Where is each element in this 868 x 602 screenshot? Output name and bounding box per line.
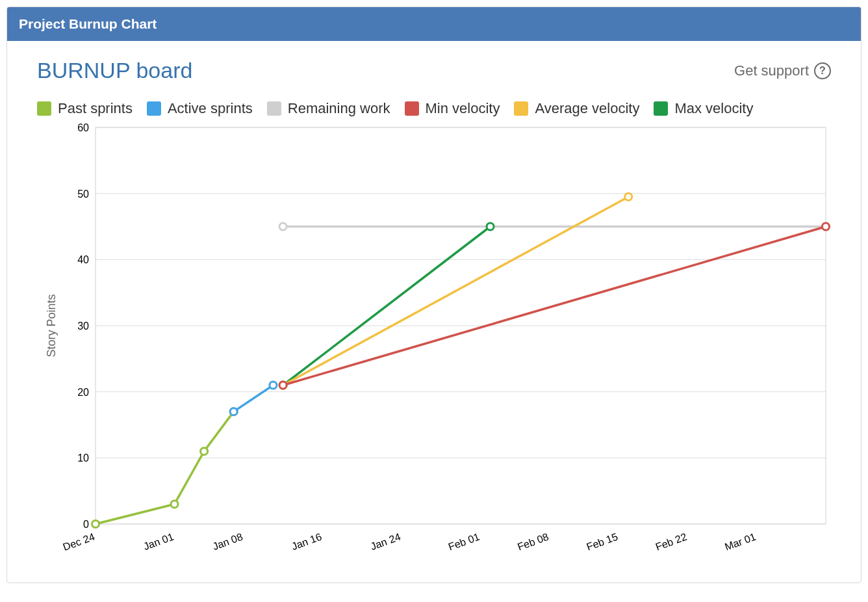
x-tick-label: Feb 08 [516,531,550,553]
legend-label: Past sprints [58,100,133,117]
get-support-link[interactable]: Get support ? [734,62,831,79]
y-tick-label: 20 [77,387,89,398]
y-tick-label: 40 [77,254,89,265]
legend-label: Min velocity [426,100,500,117]
legend-item[interactable]: Min velocity [405,100,500,117]
help-icon: ? [814,62,831,79]
legend-item[interactable]: Max velocity [654,100,753,117]
y-tick-label: 60 [77,122,89,133]
x-tick-label: Mar 01 [723,531,758,553]
legend-swatch [405,101,419,116]
x-tick-label: Feb 22 [654,531,689,553]
legend-swatch [147,101,161,116]
x-tick-label: Dec 24 [62,531,97,553]
chart: 0102030405060Dec 24Jan 01Jan 08Jan 16Jan… [37,121,831,563]
series-line [283,227,826,386]
panel: Project Burnup Chart BURNUP board Get su… [6,7,862,583]
legend-label: Active sprints [168,100,253,117]
legend-swatch [37,101,51,116]
data-point[interactable] [279,382,287,389]
panel-body: BURNUP board Get support ? Past sprintsA… [7,41,861,582]
x-tick-label: Jan 08 [211,531,244,552]
x-tick-label: Feb 01 [447,531,481,553]
series-line [234,386,274,412]
data-point[interactable] [823,223,830,230]
data-point[interactable] [270,382,277,389]
x-tick-label: Jan 24 [369,531,402,552]
legend-item[interactable]: Active sprints [147,100,253,117]
data-point[interactable] [230,408,237,415]
legend-label: Remaining work [288,100,390,117]
data-point[interactable] [92,521,99,528]
y-axis-title: Story Points [45,294,58,357]
legend-swatch [514,101,528,116]
board-title: BURNUP board [37,58,192,83]
data-point[interactable] [171,501,178,508]
legend-swatch [654,101,668,116]
chart-svg: 0102030405060Dec 24Jan 01Jan 08Jan 16Jan… [37,121,832,563]
x-tick-label: Jan 01 [142,531,175,552]
legend-item[interactable]: Past sprints [37,100,133,117]
panel-title: Project Burnup Chart [7,7,861,41]
legend-label: Average velocity [535,100,639,117]
series-line [283,197,629,386]
y-tick-label: 30 [77,321,89,332]
legend-swatch [267,101,281,116]
data-point[interactable] [487,223,494,230]
data-point[interactable] [201,448,208,455]
y-tick-label: 0 [83,519,89,530]
get-support-label: Get support [734,62,809,79]
data-point[interactable] [625,193,632,200]
legend: Past sprintsActive sprintsRemaining work… [37,100,831,117]
series-line [96,412,234,524]
legend-item[interactable]: Average velocity [514,100,639,117]
header-row: BURNUP board Get support ? [37,58,831,83]
data-point[interactable] [279,223,287,230]
legend-label: Max velocity [674,100,753,117]
legend-item[interactable]: Remaining work [267,100,390,117]
x-tick-label: Jan 16 [290,531,323,552]
gridlines [96,127,826,524]
y-tick-label: 10 [77,452,89,464]
y-tick-label: 50 [77,189,89,200]
series-line [283,227,491,386]
x-tick-label: Feb 15 [585,531,619,553]
